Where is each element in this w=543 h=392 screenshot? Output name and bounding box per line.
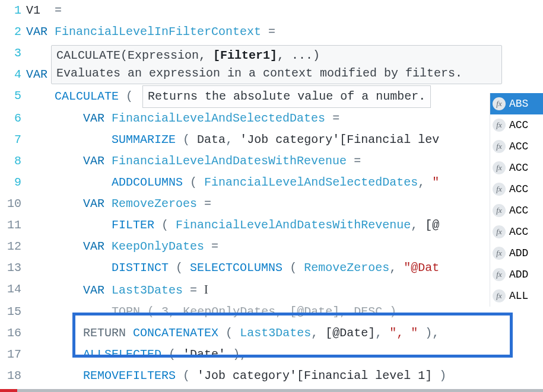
- line-number: 18: [0, 365, 26, 387]
- function-icon: fx: [493, 183, 506, 196]
- line-number: 5: [0, 85, 26, 107]
- code-line[interactable]: 1 V1 =: [0, 0, 543, 21]
- code-content[interactable]: REMOVEFILTERS ( 'Job category'[Financial…: [26, 365, 543, 387]
- line-number: 9: [0, 172, 26, 193]
- function-icon: fx: [493, 268, 506, 281]
- line-number: 11: [0, 215, 26, 236]
- signature-tooltip-inline: Returns the absolute value of a number.: [142, 85, 431, 108]
- code-content[interactable]: CALCULATE ( Returns the absolute value o…: [26, 85, 543, 108]
- code-content[interactable]: RETURN CONCATENATEX ( Last3Dates, [@Date…: [26, 323, 543, 344]
- intellisense-item[interactable]: fxADD: [490, 264, 543, 285]
- function-icon: fx: [493, 225, 506, 238]
- intellisense-item[interactable]: fxACC: [490, 157, 543, 179]
- code-content[interactable]: VAR RemoveZeroes =: [26, 193, 543, 215]
- intellisense-item[interactable]: fxACC: [490, 179, 543, 200]
- function-icon: fx: [493, 247, 506, 260]
- function-icon: fx: [493, 289, 506, 302]
- code-content[interactable]: VAR FinancialLevelAndSelectedDates =: [26, 108, 543, 129]
- code-content[interactable]: DISTINCT ( SELECTCOLUMNS ( RemoveZeroes,…: [26, 257, 543, 279]
- intellisense-item[interactable]: fxABS: [490, 93, 543, 114]
- line-number: 16: [0, 323, 26, 344]
- function-icon: fx: [493, 204, 506, 217]
- code-line[interactable]: 10 VAR RemoveZeroes =: [0, 193, 543, 215]
- code-line[interactable]: 16 RETURN CONCATENATEX ( Last3Dates, [@D…: [0, 323, 543, 344]
- line-number: 15: [0, 301, 26, 323]
- line-number: 2: [0, 21, 26, 43]
- code-line[interactable]: 7 SUMMARIZE ( Data, 'Job category'[Finan…: [0, 129, 543, 151]
- line-number: 13: [0, 257, 26, 279]
- code-content[interactable]: V1 =: [26, 0, 543, 21]
- line-number: 4: [0, 64, 26, 85]
- code-content[interactable]: SUMMARIZE ( Data, 'Job category'[Financi…: [26, 129, 543, 151]
- intellisense-item[interactable]: fxADD: [490, 243, 543, 264]
- code-content[interactable]: VAR Last3Dates =I: [26, 279, 543, 301]
- line-number: 1: [0, 0, 26, 21]
- line-number: 14: [0, 279, 26, 300]
- code-line[interactable]: 8 VAR FinancialLevelAndDatesWithRevenue …: [0, 151, 543, 172]
- code-line[interactable]: 14 VAR Last3Dates =I: [0, 279, 543, 301]
- intellisense-item[interactable]: fxALL: [490, 285, 543, 307]
- line-number: 6: [0, 108, 26, 129]
- code-line[interactable]: 5 CALCULATE ( Returns the absolute value…: [0, 85, 543, 108]
- intellisense-item[interactable]: fxACC: [490, 221, 543, 243]
- code-line[interactable]: 13 DISTINCT ( SELECTCOLUMNS ( RemoveZero…: [0, 257, 543, 279]
- code-content[interactable]: VAR FinancialLevelAndDatesWithRevenue =: [26, 151, 543, 172]
- code-content[interactable]: VAR KeepOnlyDates =: [26, 236, 543, 257]
- line-number: 17: [0, 344, 26, 365]
- line-number: 10: [0, 193, 26, 215]
- video-progress-fill: [0, 389, 17, 392]
- function-icon: fx: [493, 140, 506, 153]
- code-content[interactable]: FILTER ( FinancialLevelAndDatesWithReven…: [26, 215, 543, 236]
- code-line[interactable]: 12 VAR KeepOnlyDates =: [0, 236, 543, 257]
- function-icon: fx: [493, 119, 506, 132]
- video-progress-bar[interactable]: [0, 389, 543, 392]
- intellisense-item[interactable]: fxACC: [490, 200, 543, 221]
- intellisense-item[interactable]: fxACC: [490, 136, 543, 157]
- line-number: 7: [0, 129, 26, 151]
- code-line[interactable]: 9 ADDCOLUMNS ( FinancialLevelAndSelected…: [0, 172, 543, 193]
- code-content[interactable]: ALLSELECTED ( 'Date' ),: [26, 344, 543, 365]
- code-line[interactable]: 2 VAR FinancialLevelInFilterContext =: [0, 21, 543, 43]
- code-line[interactable]: 15 TOPN ( 3, KeepOnlyDates, [@Date], DES…: [0, 301, 543, 323]
- line-number: 8: [0, 151, 26, 172]
- code-line[interactable]: 6 VAR FinancialLevelAndSelectedDates =: [0, 108, 543, 129]
- code-content[interactable]: TOPN ( 3, KeepOnlyDates, [@Date], DESC ): [26, 301, 543, 323]
- intellisense-popup[interactable]: fxABS fxACC fxACC fxACC fxACC fxACC fxAC…: [490, 93, 543, 307]
- code-line[interactable]: 17 ALLSELECTED ( 'Date' ),: [0, 344, 543, 365]
- code-line[interactable]: 11 FILTER ( FinancialLevelAndDatesWithRe…: [0, 215, 543, 236]
- text-cursor-icon: I: [204, 279, 208, 300]
- function-icon: fx: [493, 97, 506, 110]
- code-line[interactable]: 18 REMOVEFILTERS ( 'Job category'[Financ…: [0, 365, 543, 387]
- intellisense-item[interactable]: fxACC: [490, 114, 543, 136]
- line-number: 3: [0, 43, 26, 64]
- function-icon: fx: [493, 161, 506, 174]
- code-content[interactable]: ADDCOLUMNS ( FinancialLevelAndSelectedDa…: [26, 172, 543, 193]
- signature-tooltip: CALCULATE(Expression, [Filter1], ...) Ev…: [51, 45, 502, 84]
- code-content[interactable]: VAR FinancialLevelInFilterContext =: [26, 21, 543, 43]
- line-number: 12: [0, 236, 26, 257]
